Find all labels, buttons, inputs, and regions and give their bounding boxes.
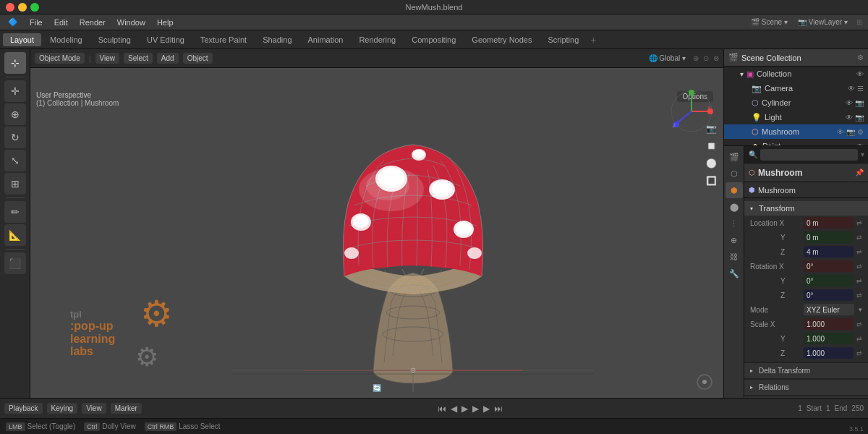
menu-file[interactable]: File (25, 17, 48, 28)
move-tool-button[interactable]: ⊕ (4, 103, 26, 125)
rotation-z-field[interactable]: 0° (804, 289, 854, 301)
tab-layout[interactable]: Layout (3, 33, 41, 46)
scale-x-field[interactable]: 1.000 (804, 318, 854, 330)
select-tool-button[interactable]: ⊹ (4, 52, 26, 74)
tab-geometry-nodes[interactable]: Geometry Nodes (464, 33, 539, 46)
viewport[interactable]: Object Mode | View Select Add Object 🌐 G… (30, 49, 723, 398)
location-z-arrow[interactable]: ⇄ (856, 248, 862, 255)
proportional-edit-button[interactable]: ⊙ (703, 54, 709, 62)
scale-x-arrow[interactable]: ⇄ (856, 320, 862, 328)
outliner-item-mushroom[interactable]: ⬡ Mushroom 👁 📷 ⚙ (724, 124, 868, 139)
minimize-button[interactable] (18, 3, 27, 12)
material-props-icon[interactable]: ⬤ (726, 199, 743, 215)
scale-y-field[interactable]: 1.000 (804, 333, 854, 344)
view-button[interactable]: View (82, 403, 106, 414)
marker-button[interactable]: Marker (111, 403, 142, 414)
modifiers-props-icon[interactable]: 🔧 (726, 265, 743, 281)
select-menu-button[interactable]: Select (124, 53, 153, 64)
tab-animation[interactable]: Animation (301, 33, 351, 46)
snap-button[interactable]: ⊕ (693, 54, 699, 62)
rotate-tool-button[interactable]: ↻ (4, 127, 26, 148)
rotation-y-arrow[interactable]: ⇄ (856, 277, 862, 284)
location-y-arrow[interactable]: ⇄ (856, 234, 862, 241)
object-props-icon[interactable]: ⬡ (726, 166, 743, 182)
step-back-button[interactable]: ◀ (451, 404, 457, 414)
constraints-props-icon[interactable]: ⛓ (726, 249, 743, 265)
window-controls[interactable] (6, 3, 39, 12)
cursor-tool-button[interactable]: ✛ (4, 80, 26, 102)
menu-blender[interactable]: 🔷 (3, 16, 23, 28)
transform-section-header[interactable]: ▾ Transform (744, 201, 868, 216)
rotation-y-field[interactable]: 0° (804, 275, 854, 286)
mode-dropdown-icon[interactable]: ▾ (859, 306, 862, 313)
location-x-field[interactable]: 0 m (804, 217, 854, 229)
particles-props-icon[interactable]: ⋮ (726, 216, 743, 231)
eye-icon-light[interactable]: 👁 (846, 114, 853, 122)
bottom-right-nav[interactable] (696, 373, 713, 392)
rotation-x-field[interactable]: 0° (804, 260, 854, 272)
mode-selector[interactable]: XYZ Euler (804, 304, 854, 315)
search-filter-icon[interactable]: ▾ (861, 150, 864, 158)
play-back-button[interactable]: ▶ (461, 404, 468, 414)
transform-tool-button[interactable]: ⊞ (4, 173, 26, 195)
skip-start-button[interactable]: ⏮ (438, 404, 446, 414)
global-selector[interactable]: 🌐 Global ▾ (649, 54, 686, 62)
tab-compositing[interactable]: Compositing (404, 33, 463, 46)
maximize-button[interactable] (30, 3, 39, 12)
eye-icon-cylinder[interactable]: 👁 (846, 99, 853, 107)
menu-edit[interactable]: Edit (49, 17, 73, 28)
annotate-tool-button[interactable]: ✏ (4, 201, 26, 223)
menu-help[interactable]: Help (152, 17, 179, 28)
outliner-item-light[interactable]: 💡 Light 👁 📷 (724, 110, 868, 124)
menu-window[interactable]: Window (112, 17, 150, 28)
view-menu-button[interactable]: View (95, 53, 120, 64)
play-forward-button[interactable]: ▶ (472, 404, 479, 414)
collections-header[interactable]: ▸ Collections (744, 396, 868, 398)
object-data-props-icon[interactable]: ⬢ (726, 182, 743, 198)
scene-props-icon[interactable]: 🎬 (726, 149, 743, 165)
expand-icon[interactable]: ⊞ (854, 18, 865, 26)
properties-search-input[interactable] (760, 149, 858, 161)
step-forward-button[interactable]: ▶ (483, 404, 490, 414)
tab-sculpting[interactable]: Sculpting (91, 33, 138, 46)
outliner-item-camera[interactable]: 📷 Camera 👁 ☰ (724, 81, 868, 95)
physics-props-icon[interactable]: ⊕ (726, 232, 743, 248)
filter-icon[interactable]: ⚙ (857, 54, 864, 61)
scale-z-field[interactable]: 1.000 (804, 347, 854, 359)
render-icon-cylinder[interactable]: 📷 (855, 99, 864, 107)
delta-transform-header[interactable]: ▸ Delta Transform (744, 362, 868, 378)
outliner-item-cylinder[interactable]: ⬡ Cylinder 👁 📷 (724, 95, 868, 110)
tab-texture-paint[interactable]: Texture Paint (193, 33, 254, 46)
keying-button[interactable]: Keying (47, 403, 78, 414)
tab-rendering[interactable]: Rendering (352, 33, 403, 46)
skip-end-button[interactable]: ⏭ (494, 404, 503, 414)
pin-icon[interactable]: 📌 (855, 169, 864, 176)
render-icon-light[interactable]: 📷 (855, 114, 864, 122)
add-cube-button[interactable]: ⬛ (4, 252, 26, 274)
playback-menu-button[interactable]: Playback (4, 403, 43, 414)
outliner-item-collection[interactable]: ▾ ▣ Collection 👁 (724, 67, 868, 81)
tab-modeling[interactable]: Modeling (43, 33, 90, 46)
close-button[interactable] (6, 3, 14, 12)
tab-shading[interactable]: Shading (255, 33, 299, 46)
tab-scripting[interactable]: Scripting (540, 33, 586, 46)
eye-icon-camera[interactable]: 👁 (848, 85, 855, 93)
eye-icon[interactable]: 👁 (856, 70, 864, 78)
eye-icon-mushroom[interactable]: 👁 (837, 128, 844, 136)
location-z-field[interactable]: 4 m (804, 246, 854, 258)
relations-header[interactable]: ▸ Relations (744, 379, 868, 395)
select-icon-camera[interactable]: ☰ (857, 85, 864, 93)
outliner-item-point[interactable]: ⭘ Point 👁 (724, 139, 868, 146)
add-tab-button[interactable]: + (590, 34, 596, 46)
object-mode-button[interactable]: Object Mode (35, 53, 85, 64)
location-x-arrow[interactable]: ⇄ (856, 219, 862, 226)
tab-uv-editing[interactable]: UV Editing (140, 33, 192, 46)
render-icon-mushroom[interactable]: 📷 (846, 128, 855, 136)
add-menu-button[interactable]: Add (157, 53, 179, 64)
scale-tool-button[interactable]: ⤡ (4, 150, 26, 171)
menu-render[interactable]: Render (75, 17, 111, 28)
scale-z-arrow[interactable]: ⇄ (856, 349, 862, 357)
scale-y-arrow[interactable]: ⇄ (856, 335, 862, 342)
measure-tool-button[interactable]: 📐 (4, 224, 26, 246)
viewlayer-selector[interactable]: 📷 ViewLayer ▾ (793, 18, 852, 26)
